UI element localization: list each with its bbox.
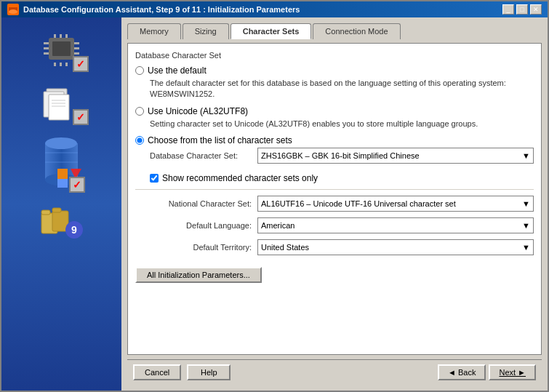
- radio-default-label[interactable]: Use the default: [148, 65, 207, 76]
- check-badge-db: ✓: [69, 177, 85, 193]
- db-charset-row: Database Character Set: ZHS16GBK – GBK 1…: [150, 148, 534, 164]
- radio-group: Use the default The default character se…: [135, 65, 534, 183]
- svg-rect-35: [52, 208, 61, 212]
- tab-memory[interactable]: Memory: [127, 23, 181, 39]
- radio-item-default: Use the default The default character se…: [135, 65, 534, 100]
- title-bar-left: Database Configuration Assistant, Step 9…: [7, 4, 300, 15]
- title-controls: _ □ ✕: [502, 4, 542, 15]
- svg-rect-15: [60, 63, 62, 66]
- radio-unicode-label[interactable]: Use Unicode (AL32UTF8): [148, 106, 248, 116]
- maximize-button[interactable]: □: [516, 4, 528, 15]
- tab-bar: Memory Sizing Character Sets Connection …: [127, 23, 542, 39]
- app-icon: [7, 4, 19, 15]
- help-button[interactable]: Help: [187, 364, 231, 380]
- national-charset-row: National Character Set: AL16UTF16 – Unic…: [135, 196, 534, 212]
- main-window: Database Configuration Assistant, Step 9…: [0, 0, 549, 392]
- svg-rect-12: [60, 34, 62, 38]
- default-language-row: Default Language: American ▼: [135, 217, 534, 233]
- svg-rect-5: [44, 42, 49, 44]
- nav-buttons: ◄ Back Next ►: [438, 364, 536, 380]
- show-recommended-checkbox[interactable]: [150, 174, 159, 183]
- radio-default[interactable]: [135, 66, 144, 75]
- svg-rect-19: [49, 95, 69, 120]
- sidebar-item-files: 9: [38, 202, 85, 242]
- default-language-label: Default Language:: [135, 221, 252, 230]
- default-language-arrow: ▼: [522, 221, 530, 230]
- sidebar-icons: ✓ ✓: [31, 25, 92, 249]
- show-recommended-label[interactable]: Show recommended character sets only: [162, 173, 318, 183]
- check-badge-folder: ✓: [73, 109, 89, 125]
- right-panel: Memory Sizing Character Sets Connection …: [121, 17, 548, 391]
- db-charset-arrow: ▼: [522, 151, 530, 160]
- default-language-value: American: [261, 221, 294, 230]
- radio-default-desc: The default character set for this datab…: [150, 78, 534, 100]
- svg-rect-6: [44, 47, 49, 49]
- svg-rect-33: [41, 210, 50, 215]
- tab-sizing[interactable]: Sizing: [183, 23, 229, 39]
- radio-unicode[interactable]: [135, 107, 144, 116]
- all-params-button[interactable]: All Initialization Parameters...: [135, 267, 262, 283]
- sidebar-item-folder: ✓: [38, 81, 85, 121]
- svg-point-24: [45, 137, 77, 149]
- default-territory-value: United States: [261, 243, 309, 252]
- default-territory-row: Default Territory: United States ▼: [135, 239, 534, 255]
- svg-rect-11: [54, 34, 56, 38]
- radio-choose-label[interactable]: Choose from the list of character sets: [148, 135, 292, 145]
- radio-row-default: Use the default: [135, 65, 534, 76]
- svg-rect-29: [57, 169, 68, 179]
- db-charset-value: ZHS16GBK – GBK 16-bit Simplified Chinese: [261, 151, 420, 160]
- svg-rect-7: [44, 52, 49, 55]
- tab-content: Database Character Set Use the default T…: [127, 43, 542, 355]
- national-charset-select[interactable]: AL16UTF16 – Unicode UTF-16 Universal cha…: [257, 196, 534, 212]
- svg-rect-8: [74, 42, 79, 44]
- default-territory-select[interactable]: United States ▼: [257, 239, 534, 255]
- main-content: ✓ ✓: [1, 17, 548, 391]
- close-button[interactable]: ✕: [530, 4, 542, 15]
- sidebar: ✓ ✓: [1, 17, 121, 391]
- left-buttons: Cancel Help: [133, 364, 231, 380]
- svg-text:9: 9: [71, 224, 77, 236]
- svg-rect-4: [52, 41, 71, 56]
- svg-rect-13: [65, 34, 68, 38]
- sidebar-item-chip: ✓: [38, 32, 85, 68]
- radio-row-unicode: Use Unicode (AL32UTF8): [135, 106, 534, 116]
- db-charset-label: Database Character Set:: [150, 151, 252, 160]
- radio-unicode-desc: Setting character set to Unicode (AL32UT…: [150, 119, 534, 129]
- sidebar-item-db: ✓: [41, 135, 81, 189]
- show-recommended-row: Show recommended character sets only: [150, 173, 534, 183]
- section-label: Database Character Set: [135, 51, 534, 60]
- radio-choose[interactable]: [135, 136, 144, 145]
- default-territory-label: Default Territory:: [135, 243, 252, 252]
- national-charset-label: National Character Set:: [135, 199, 252, 208]
- back-button[interactable]: ◄ Back: [438, 364, 486, 380]
- bottom-bar: Cancel Help ◄ Back Next ►: [127, 359, 542, 385]
- title-bar: Database Configuration Assistant, Step 9…: [1, 1, 548, 17]
- national-charset-value: AL16UTF16 – Unicode UTF-16 Universal cha…: [261, 199, 456, 208]
- radio-row-choose: Choose from the list of character sets: [135, 135, 534, 145]
- national-charset-arrow: ▼: [522, 199, 530, 208]
- minimize-button[interactable]: _: [502, 4, 514, 15]
- default-territory-arrow: ▼: [522, 243, 530, 252]
- files-icon: 9: [38, 202, 85, 242]
- window-title: Database Configuration Assistant, Step 9…: [23, 5, 300, 14]
- divider: [135, 189, 534, 190]
- default-language-select[interactable]: American ▼: [257, 217, 534, 233]
- svg-rect-31: [57, 179, 68, 188]
- cancel-button[interactable]: Cancel: [133, 364, 181, 380]
- check-badge-chip: ✓: [73, 56, 89, 72]
- svg-rect-14: [54, 63, 56, 66]
- radio-item-unicode: Use Unicode (AL32UTF8) Setting character…: [135, 106, 534, 129]
- db-charset-select[interactable]: ZHS16GBK – GBK 16-bit Simplified Chinese…: [257, 148, 534, 164]
- svg-rect-10: [74, 52, 79, 55]
- svg-rect-16: [65, 63, 68, 66]
- tab-connection-mode[interactable]: Connection Mode: [313, 23, 400, 39]
- svg-point-2: [9, 9, 17, 14]
- radio-item-choose: Choose from the list of character sets D…: [135, 135, 534, 183]
- tab-character-sets[interactable]: Character Sets: [231, 23, 312, 39]
- svg-rect-9: [74, 47, 79, 49]
- next-button[interactable]: Next ►: [489, 364, 536, 380]
